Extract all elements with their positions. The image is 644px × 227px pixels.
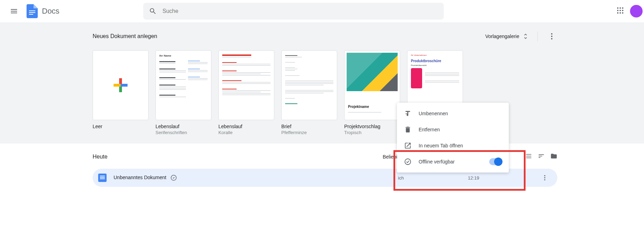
svg-rect-0 — [29, 10, 35, 11]
logo[interactable]: Docs — [25, 4, 59, 18]
unfold-icon — [522, 33, 529, 40]
divider — [537, 31, 538, 41]
template-resume-coral[interactable]: Lebenslauf Koralle — [218, 50, 274, 135]
google-apps-button[interactable] — [616, 6, 624, 16]
template-letter[interactable]: Brief Pfefferminze — [281, 50, 337, 135]
menu-label: Entfernen — [419, 127, 440, 132]
svg-point-6 — [617, 10, 618, 11]
svg-point-14 — [551, 38, 552, 39]
menu-remove[interactable]: Entfernen — [397, 122, 509, 138]
svg-point-9 — [617, 12, 618, 14]
template-name: Lebenslauf — [218, 124, 274, 129]
template-thumb: Projektname — [344, 50, 400, 120]
list-icon — [525, 153, 532, 160]
template-subtitle: Pfefferminze — [281, 130, 337, 135]
search-icon — [149, 7, 157, 15]
app-title: Docs — [42, 7, 59, 16]
svg-rect-18 — [121, 84, 128, 87]
thumb-title: Produktbroschüre — [411, 59, 459, 63]
template-subtitle: Tropisch — [344, 130, 400, 135]
svg-point-22 — [544, 179, 545, 180]
template-name: Brief — [281, 124, 337, 129]
svg-point-20 — [544, 175, 545, 176]
more-vert-icon — [548, 32, 556, 41]
template-thumb — [93, 50, 149, 120]
template-name: Projektvorschlag — [344, 124, 400, 129]
thumb-sub: Produktübersicht — [411, 64, 459, 66]
header: Docs — [0, 0, 644, 22]
template-thumb: Ihr Name — [155, 50, 211, 120]
offline-icon — [404, 158, 412, 166]
menu-offline-available[interactable]: Offline verfügbar — [397, 154, 509, 170]
docs-logo-icon — [25, 4, 39, 18]
template-resume-serif[interactable]: Ihr Name Lebenslauf — [155, 50, 211, 135]
menu-label: Umbenennen — [419, 111, 448, 116]
template-project-proposal[interactable]: Projektname Projektvorschlag Tropisch — [344, 50, 400, 135]
svg-point-3 — [617, 7, 618, 9]
templates-more-button[interactable] — [546, 31, 557, 42]
offline-toggle[interactable] — [489, 158, 502, 165]
more-vert-icon — [541, 174, 548, 181]
template-blank[interactable]: Leer — [93, 50, 149, 135]
template-subtitle: Koralle — [218, 130, 274, 135]
svg-rect-1 — [29, 12, 35, 13]
open-in-new-icon — [404, 142, 412, 149]
document-context-menu: Umbenennen Entfernen In neuem Tab öffnen… — [397, 103, 509, 173]
document-owner: ich — [398, 175, 468, 181]
svg-point-8 — [622, 10, 623, 11]
gallery-label: Vorlagengalerie — [485, 34, 519, 39]
thumb-heading: Projektname — [348, 105, 369, 109]
plus-icon — [112, 77, 129, 94]
svg-rect-2 — [29, 14, 33, 15]
sort-options-button[interactable] — [538, 153, 545, 161]
svg-point-7 — [620, 10, 621, 11]
sort-az-icon — [538, 153, 545, 160]
document-time: 12:19 — [468, 175, 538, 181]
menu-rename[interactable]: Umbenennen — [397, 105, 509, 122]
apps-grid-icon — [616, 6, 624, 15]
folder-icon — [550, 153, 557, 160]
template-thumb — [281, 50, 337, 120]
svg-point-13 — [551, 36, 552, 37]
template-gallery-button[interactable]: Vorlagengalerie — [485, 33, 529, 40]
search-bar[interactable] — [143, 3, 444, 20]
templates-section: Neues Dokument anlegen Vorlagengalerie L… — [0, 22, 644, 144]
document-title: Unbenanntes Dokument — [114, 175, 177, 181]
folder-button[interactable] — [550, 153, 557, 161]
svg-point-10 — [620, 12, 621, 14]
section-heading: Heute — [93, 154, 108, 160]
text-icon — [404, 110, 412, 117]
account-avatar[interactable] — [630, 5, 643, 17]
menu-label: In neuem Tab öffnen — [419, 143, 463, 148]
offline-available-icon — [171, 175, 177, 181]
svg-point-11 — [622, 12, 623, 14]
svg-point-21 — [544, 177, 545, 178]
menu-open-new-tab[interactable]: In neuem Tab öffnen — [397, 138, 509, 154]
hamburger-icon — [10, 7, 18, 15]
search-input[interactable] — [162, 8, 438, 14]
svg-point-23 — [405, 159, 411, 165]
list-view-button[interactable] — [525, 153, 532, 161]
svg-point-4 — [620, 7, 621, 9]
template-name: Leer — [93, 124, 149, 129]
document-more-button[interactable] — [538, 174, 552, 181]
svg-point-12 — [551, 33, 552, 35]
doc-file-icon — [98, 174, 107, 182]
svg-point-5 — [622, 7, 623, 9]
template-thumb — [218, 50, 274, 120]
templates-title: Neues Dokument anlegen — [93, 33, 157, 39]
template-subtitle: Serifenschriften — [155, 130, 211, 135]
trash-icon — [404, 126, 412, 133]
template-name: Lebenslauf — [155, 124, 211, 129]
menu-label: Offline verfügbar — [419, 159, 455, 164]
main-menu-button[interactable] — [6, 3, 22, 20]
thumb-heading: Ihr Name — [159, 54, 186, 57]
